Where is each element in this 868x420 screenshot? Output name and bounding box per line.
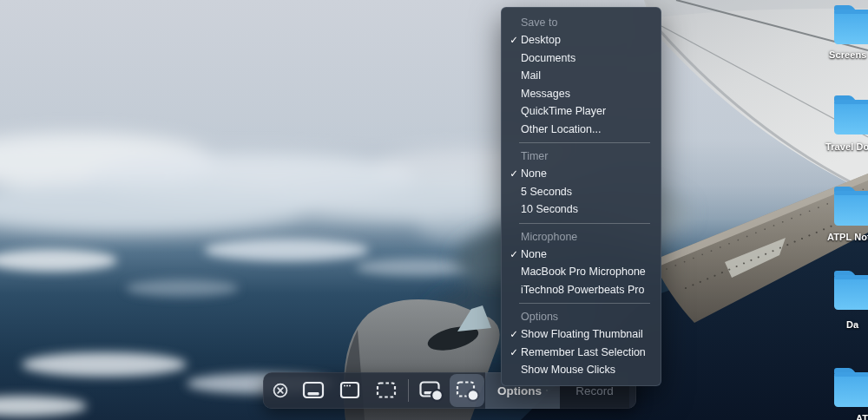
desktop-folder-atpl-not[interactable] [832, 183, 868, 232]
toolbar-divider [408, 379, 409, 402]
record-button-label: Record [575, 384, 614, 397]
menu-item-show-mouse-clicks[interactable]: Show Mouse Clicks [502, 361, 661, 379]
folder-label: Travel Do [825, 141, 868, 152]
capture-screen-icon [300, 378, 326, 403]
menu-item-macbook-pro-microphone[interactable]: MacBook Pro Microphone [502, 263, 661, 281]
menu-divider [519, 223, 650, 224]
folder-icon [832, 2, 868, 47]
menu-item-label: iTechno8 Powerbeats Pro [521, 284, 644, 296]
menu-section-header: Timer [502, 148, 661, 165]
menu-item-label: 5 Seconds [521, 186, 572, 198]
menu-item-label: Desktop [521, 34, 561, 46]
folder-label: Da [846, 319, 858, 330]
menu-item-label: None [521, 167, 547, 180]
record-entire-screen-button[interactable] [413, 374, 448, 407]
folder-label: Screens [829, 49, 867, 60]
check-icon: ✓ [507, 34, 521, 46]
check-icon: ✓ [507, 328, 521, 340]
desktop-folder-travel-do[interactable] [832, 92, 868, 141]
capture-entire-screen-button[interactable] [296, 374, 331, 407]
check-icon: ✓ [507, 248, 521, 260]
menu-item-label: None [521, 248, 547, 260]
folder-label: AT [856, 413, 868, 420]
menu-section-timer: Timer✓None5 Seconds10 Seconds [502, 148, 661, 219]
check-icon: ✓ [507, 346, 521, 358]
menu-item-none[interactable]: ✓None [502, 165, 661, 183]
screenshot-options-menu: Save to✓DesktopDocumentsMailMessagesQuic… [501, 7, 661, 386]
menu-item-quicktime-player[interactable]: QuickTime Player [502, 102, 661, 121]
desktop-folder-at[interactable] [832, 364, 868, 413]
menu-section-header: Save to [502, 14, 661, 31]
menu-item-label: Remember Last Selection [521, 346, 646, 358]
close-button[interactable] [266, 374, 294, 407]
menu-divider [519, 142, 650, 143]
desktop-folder-screens[interactable] [832, 2, 868, 50]
menu-section-options: Options✓Show Floating Thumbnail✓Remember… [502, 308, 661, 379]
menu-item-10-seconds[interactable]: 10 Seconds [502, 200, 661, 219]
menu-item-desktop[interactable]: ✓Desktop [502, 31, 661, 49]
menu-item-label: Other Location... [521, 123, 601, 135]
menu-divider [519, 303, 650, 304]
menu-section-microphone: Microphone✓NoneMacBook Pro MicrophoneiTe… [502, 228, 661, 299]
chevron-down-icon [546, 387, 548, 394]
folder-icon [832, 267, 868, 312]
folder-icon [832, 364, 868, 410]
capture-selection-icon [373, 378, 399, 403]
menu-item-label: Show Mouse Clicks [521, 364, 615, 376]
menu-item-5-seconds[interactable]: 5 Seconds [502, 183, 661, 201]
menu-section-header: Microphone [502, 228, 661, 246]
folder-label: ATPL Not [827, 232, 868, 242]
record-selected-portion-button[interactable] [450, 374, 484, 407]
menu-section-save-to: Save to✓DesktopDocumentsMailMessagesQuic… [502, 14, 661, 138]
menu-item-label: MacBook Pro Microphone [521, 266, 646, 278]
capture-selected-portion-button[interactable] [369, 374, 404, 407]
desktop-screen: Screens Travel Do ATPL Not Da AT [0, 0, 868, 420]
folder-icon [832, 92, 868, 137]
capture-window-icon [337, 378, 363, 403]
desktop-folder-da[interactable] [832, 267, 868, 316]
menu-section-header: Options [502, 308, 661, 325]
menu-item-documents[interactable]: Documents [502, 49, 661, 68]
wallpaper-airplane-wing-photo [0, 0, 868, 420]
menu-item-label: Messages [521, 88, 570, 100]
record-screen-icon [418, 378, 444, 403]
menu-item-remember-last-selection[interactable]: ✓Remember Last Selection [502, 344, 661, 362]
close-icon [272, 382, 289, 399]
menu-item-label: 10 Seconds [521, 203, 578, 215]
menu-item-label: Mail [521, 69, 541, 82]
menu-item-label: Documents [521, 52, 575, 64]
check-icon: ✓ [507, 167, 521, 180]
menu-item-show-floating-thumbnail[interactable]: ✓Show Floating Thumbnail [502, 325, 661, 344]
options-button-label: Options [497, 384, 542, 397]
menu-item-label: Show Floating Thumbnail [521, 328, 643, 340]
menu-item-label: QuickTime Player [521, 105, 606, 117]
menu-item-messages[interactable]: Messages [502, 85, 661, 103]
record-selection-icon [454, 378, 480, 403]
capture-selected-window-button[interactable] [332, 374, 367, 407]
menu-item-mail[interactable]: Mail [502, 67, 661, 85]
menu-item-itechno8-powerbeats-pro[interactable]: iTechno8 Powerbeats Pro [502, 281, 661, 299]
folder-icon [832, 183, 868, 228]
menu-item-other-location[interactable]: Other Location... [502, 121, 661, 139]
menu-item-none[interactable]: ✓None [502, 246, 661, 264]
